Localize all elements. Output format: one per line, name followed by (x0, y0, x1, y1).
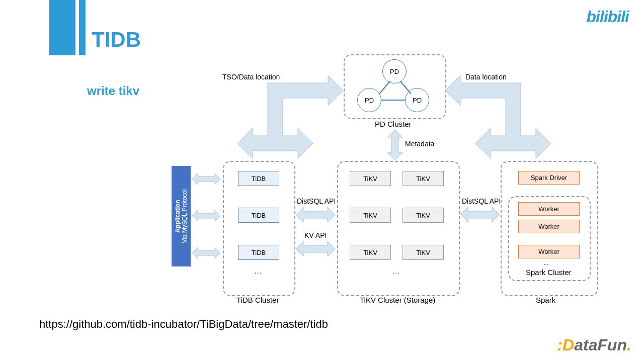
distsql2-label: DistSQL API (462, 197, 501, 205)
distsql2-arrow (460, 207, 500, 222)
application-box: ApplicationVia MySQL Protocol (172, 166, 191, 266)
svg-marker-8 (192, 247, 220, 258)
bilibili-logo: bilibili (587, 8, 629, 26)
pd-node-top: PD (382, 59, 407, 83)
distsql1-arrow (296, 207, 335, 222)
worker-node-2: Worker (518, 220, 580, 233)
page-title: TIDB (92, 28, 141, 52)
metadata-label: Metadata (405, 140, 434, 148)
datafun-logo: :DataFun. (557, 336, 631, 354)
pd-node-left: PD (357, 88, 381, 112)
worker-node-3: Worker (518, 245, 580, 258)
svg-marker-6 (192, 173, 220, 185)
tidb-node-2: TiDB (238, 208, 279, 223)
svg-marker-1 (445, 75, 551, 158)
kvapi-arrow (296, 241, 335, 256)
dataloc-label: Data location (465, 73, 507, 81)
tso-arrow (237, 78, 343, 161)
spark-driver-node: Spark Driver (518, 171, 580, 185)
tikv-node-2: TiKV (403, 171, 444, 186)
tikv-ellipsis: … (392, 266, 400, 275)
tikv-node-3: TiKV (350, 208, 391, 223)
tikv-cluster-label: TiKV Cluster (Storage) (360, 296, 435, 304)
header-bar-1 (49, 0, 75, 55)
worker-node-1: Worker (518, 202, 580, 216)
app-arrow-3 (192, 247, 220, 258)
metadata-arrow (387, 130, 403, 160)
tso-label: TSO/Data location (222, 73, 280, 81)
app-arrow-1 (192, 173, 220, 185)
distsql1-label: DistSQL API (297, 197, 336, 205)
svg-marker-4 (296, 241, 335, 256)
tikv-node-1: TiKV (350, 171, 391, 186)
svg-marker-0 (237, 75, 343, 158)
svg-marker-3 (296, 207, 335, 222)
spark-cluster-label: Spark Cluster (526, 268, 572, 277)
header-bar-2 (79, 0, 86, 55)
tikv-node-4: TiKV (403, 208, 444, 223)
kvapi-label: KV API (304, 231, 327, 239)
svg-marker-5 (460, 207, 500, 222)
pd-line-1 (381, 100, 405, 101)
tidb-cluster-label: TiDB Cluster (236, 296, 279, 304)
svg-marker-2 (387, 130, 403, 160)
svg-marker-7 (192, 210, 220, 221)
subtitle: write tikv (87, 84, 139, 98)
tidb-ellipsis: … (254, 266, 262, 275)
application-text: ApplicationVia MySQL Protocol (174, 189, 188, 243)
pd-cluster-label: PD Cluster (375, 120, 412, 128)
app-arrow-2 (192, 210, 220, 221)
spark-outer-label: Spark (536, 296, 555, 304)
source-url: https://github.com/tidb-incubator/TiBigD… (39, 318, 328, 331)
tidb-node-1: TiDB (238, 171, 279, 186)
tidb-node-3: TiDB (238, 245, 279, 260)
tikv-node-5: TiKV (350, 245, 391, 260)
dataloc-arrow (445, 78, 551, 161)
tikv-node-6: TiKV (403, 245, 444, 260)
worker-ellipsis: ... (543, 259, 549, 266)
